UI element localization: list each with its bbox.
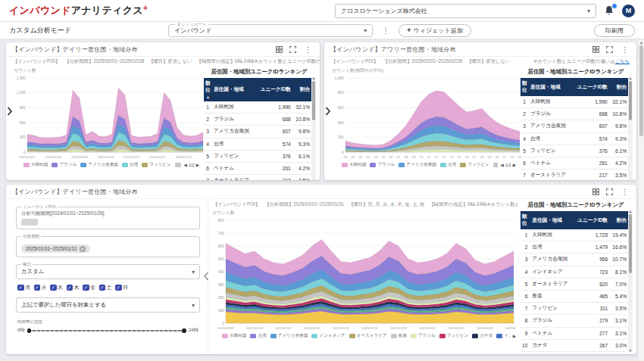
weekday-checkbox-月[interactable]: ✓月: [17, 284, 30, 291]
slider-handle-start[interactable]: [27, 328, 32, 333]
table-header-3[interactable]: 割合: [609, 78, 628, 96]
legend-prev-icon[interactable]: ◀: [501, 163, 504, 167]
table-header-0[interactable]: 順位: [521, 211, 530, 229]
scrollbar-thumb[interactable]: [629, 214, 632, 273]
svg-text:2025/02/09: 2025/02/09: [71, 155, 88, 159]
weekday-checkbox-土[interactable]: ✓土: [99, 284, 112, 291]
panel-daily-feb: 【インバウンド】デイリー居住国・地域分布 ⋮ 【インバウンドPOI】 【分析期間…: [6, 42, 320, 180]
weekday-checkbox-水[interactable]: ✓水: [50, 284, 63, 291]
legend-item[interactable]: ベトナム: [175, 162, 181, 168]
legend-item[interactable]: アメリカ合衆国: [270, 333, 308, 339]
panel-kebab-menu[interactable]: ⋮: [620, 188, 630, 196]
page-scrollbar[interactable]: ▲: [639, 40, 644, 361]
legend-item[interactable]: インドネシア: [311, 333, 345, 339]
legend-item[interactable]: ブラジル: [370, 162, 395, 168]
weekday-select[interactable]: 曜日 カスタム ▾: [16, 264, 200, 279]
legend-item[interactable]: 台湾: [122, 162, 138, 168]
weekday-checkbox-木[interactable]: ✓木: [67, 284, 80, 291]
weekday-checkbox-日[interactable]: ✓日: [115, 284, 128, 291]
table-header-2[interactable]: ユニークID数: [572, 78, 609, 96]
scroll-up-icon[interactable]: ▲: [312, 76, 315, 80]
page-scrollbar-thumb[interactable]: [639, 45, 643, 136]
chip-close-icon[interactable]: ✕: [80, 246, 86, 252]
note-link[interactable]: こちら: [615, 58, 630, 64]
weekday-mode-select[interactable]: 上記で選択した曜日を対象とする ▾: [16, 297, 200, 313]
legend-item[interactable]: ブラジル: [411, 333, 436, 339]
table-header-0[interactable]: 順位: [521, 78, 529, 96]
scrollbar-thumb[interactable]: [312, 81, 315, 120]
legend-prev-icon[interactable]: ◀: [184, 163, 187, 167]
legend-item[interactable]: 大韓民国: [342, 162, 366, 168]
slider-track[interactable]: [28, 328, 186, 333]
grid-view-icon[interactable]: [592, 188, 599, 195]
scroll-up-icon[interactable]: ▲: [629, 76, 632, 80]
fullscreen-icon[interactable]: [606, 46, 613, 53]
table-header-1[interactable]: 居住国・地域: [212, 78, 255, 101]
table-header-1[interactable]: 居住国・地域: [529, 78, 572, 96]
dashboard-select[interactable]: ダッシュボード インバウンド ▾: [168, 24, 373, 37]
weekday-checkbox-金[interactable]: ✓金: [83, 284, 95, 291]
notifications-bell-button[interactable]: [603, 5, 615, 17]
legend-item[interactable]: ベトナム: [493, 162, 498, 168]
ranking-table-title: 居住国・地域別ユニークIDランキング: [521, 201, 631, 209]
scroll-up-icon[interactable]: ▲: [639, 40, 643, 45]
legend-item[interactable]: フィリピン: [439, 333, 469, 339]
scroll-up-icon[interactable]: ▲: [629, 210, 632, 213]
legend-item[interactable]: 香港: [391, 333, 407, 339]
poi-field[interactable]: インバウンドPOI 分析可能期間[2024/01/01~2025/01/26]: [16, 207, 200, 229]
table-header-3[interactable]: 割合: [609, 211, 628, 229]
legend-next-icon[interactable]: ▶: [513, 334, 516, 338]
legend-item[interactable]: フィリピン: [142, 162, 171, 168]
svg-text:500: 500: [218, 257, 224, 261]
legend-item[interactable]: 台湾: [250, 333, 266, 339]
legend-item[interactable]: 大韓民国: [23, 162, 48, 168]
chevron-down-icon: ▾: [364, 27, 367, 34]
table-scrollbar[interactable]: ▲ ▼: [628, 210, 633, 353]
legend-item[interactable]: フィリピン: [460, 162, 489, 168]
legend-item[interactable]: インド: [496, 333, 509, 339]
grid-view-icon[interactable]: [276, 46, 283, 53]
app-logo[interactable]: インバウンドアナリティクス+: [9, 4, 148, 17]
count-note: ※カウント数とユニークID数の違いはこちら: [486, 201, 517, 208]
table-header-2[interactable]: ユニークID数: [573, 211, 609, 229]
table-header-0[interactable]: 順位▲: [204, 78, 212, 101]
table-row: 6香港4855.4%: [521, 290, 628, 302]
period-field-label: 分析期間: [21, 234, 41, 239]
table-scrollbar[interactable]: ▲ ▼: [311, 76, 316, 180]
toolbar-kebab-menu[interactable]: ⋮: [380, 26, 391, 35]
company-select[interactable]: クロスロケーションズ株式会社 ▾: [335, 4, 596, 18]
slider-handle-end[interactable]: [182, 328, 186, 333]
scrollbar-thumb[interactable]: [629, 81, 632, 120]
fullscreen-icon[interactable]: [606, 188, 613, 195]
panel-expand-chevron-icon[interactable]: [325, 107, 330, 116]
table-header-2[interactable]: ユニークID数: [255, 78, 292, 101]
legend-swatch: [342, 163, 348, 167]
legend-item[interactable]: オーストラリア: [349, 333, 387, 339]
legend-item[interactable]: カナダ: [472, 333, 492, 339]
weekday-checkbox-火[interactable]: ✓火: [34, 284, 47, 291]
svg-text:2025/01/04: 2025/01/04: [246, 326, 263, 330]
period-field[interactable]: 分析期間 2025/01/01~2025/01/31 ✕: [16, 236, 200, 257]
grid-view-icon[interactable]: [592, 46, 599, 53]
brand-part2: アナリティクス: [71, 5, 143, 16]
user-avatar[interactable]: M: [622, 5, 635, 17]
table-header-3[interactable]: 割合: [292, 78, 311, 101]
panel-expand-chevron-icon[interactable]: [7, 107, 12, 116]
print-button[interactable]: 印刷用: [594, 24, 635, 37]
table-scrollbar[interactable]: ▲ ▼: [628, 76, 633, 180]
filters-collapse-chevron-icon[interactable]: [204, 272, 209, 281]
scroll-down-icon[interactable]: ▼: [629, 349, 632, 353]
legend-item[interactable]: アメリカ合衆国: [399, 162, 436, 168]
legend-next-icon[interactable]: ▶: [196, 163, 199, 167]
legend-item[interactable]: 台湾: [440, 162, 456, 168]
legend-item[interactable]: ブラジル: [52, 162, 77, 168]
fullscreen-icon[interactable]: [289, 46, 296, 53]
legend-next-icon[interactable]: ▶: [513, 163, 516, 167]
add-widget-button[interactable]: + ウィジェット追加: [399, 24, 470, 37]
panel-kebab-menu[interactable]: ⋮: [303, 45, 314, 54]
period-chip[interactable]: 2025/01/01~2025/01/31 ✕: [21, 244, 90, 253]
table-header-1[interactable]: 居住国・地域: [530, 211, 573, 229]
legend-item[interactable]: アメリカ合衆国: [80, 162, 118, 168]
panel-kebab-menu[interactable]: ⋮: [620, 45, 630, 54]
legend-item[interactable]: 大韓民国: [222, 333, 246, 339]
